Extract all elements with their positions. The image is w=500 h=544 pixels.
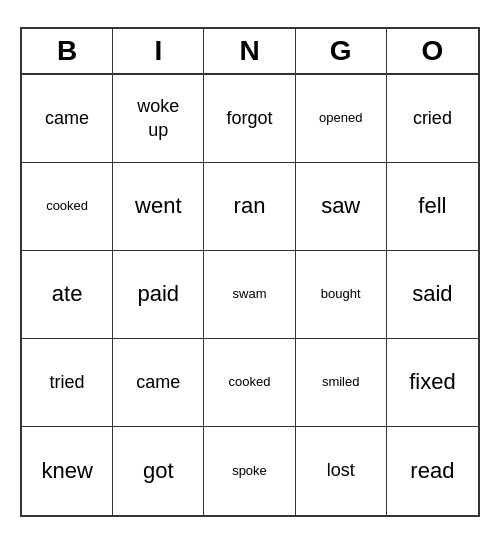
bingo-cell: came: [22, 75, 113, 163]
bingo-cell: fixed: [387, 339, 478, 427]
bingo-card: BINGO camewoke upforgotopenedcriedcooked…: [20, 27, 480, 517]
cell-text: ran: [234, 192, 266, 221]
bingo-cell: cried: [387, 75, 478, 163]
cell-text: ate: [52, 280, 83, 309]
cell-text: came: [136, 371, 180, 394]
cell-text: woke up: [137, 95, 179, 142]
cell-text: cooked: [46, 198, 88, 215]
cell-text: opened: [319, 110, 362, 127]
bingo-cell: tried: [22, 339, 113, 427]
bingo-header: BINGO: [22, 29, 478, 75]
bingo-cell: lost: [296, 427, 387, 515]
cell-text: cooked: [229, 374, 271, 391]
bingo-cell: swam: [204, 251, 295, 339]
bingo-cell: went: [113, 163, 204, 251]
bingo-cell: said: [387, 251, 478, 339]
cell-text: read: [410, 457, 454, 486]
bingo-cell: opened: [296, 75, 387, 163]
bingo-cell: ran: [204, 163, 295, 251]
cell-text: came: [45, 107, 89, 130]
header-cell: B: [22, 29, 113, 73]
bingo-cell: read: [387, 427, 478, 515]
bingo-cell: cooked: [22, 163, 113, 251]
header-cell: N: [204, 29, 295, 73]
header-cell: G: [296, 29, 387, 73]
bingo-cell: saw: [296, 163, 387, 251]
bingo-cell: fell: [387, 163, 478, 251]
cell-text: swam: [233, 286, 267, 303]
cell-text: smiled: [322, 374, 360, 391]
cell-text: lost: [327, 459, 355, 482]
bingo-cell: bought: [296, 251, 387, 339]
cell-text: paid: [137, 280, 179, 309]
cell-text: fell: [418, 192, 446, 221]
bingo-cell: spoke: [204, 427, 295, 515]
cell-text: spoke: [232, 463, 267, 480]
bingo-cell: cooked: [204, 339, 295, 427]
cell-text: said: [412, 280, 452, 309]
bingo-cell: forgot: [204, 75, 295, 163]
cell-text: knew: [41, 457, 92, 486]
bingo-grid: camewoke upforgotopenedcriedcookedwentra…: [22, 75, 478, 515]
bingo-cell: woke up: [113, 75, 204, 163]
cell-text: tried: [50, 371, 85, 394]
header-cell: O: [387, 29, 478, 73]
bingo-cell: paid: [113, 251, 204, 339]
cell-text: fixed: [409, 368, 455, 397]
cell-text: cried: [413, 107, 452, 130]
bingo-cell: came: [113, 339, 204, 427]
cell-text: went: [135, 192, 181, 221]
cell-text: saw: [321, 192, 360, 221]
cell-text: forgot: [226, 107, 272, 130]
bingo-cell: got: [113, 427, 204, 515]
header-cell: I: [113, 29, 204, 73]
cell-text: bought: [321, 286, 361, 303]
bingo-cell: smiled: [296, 339, 387, 427]
bingo-cell: knew: [22, 427, 113, 515]
bingo-cell: ate: [22, 251, 113, 339]
cell-text: got: [143, 457, 174, 486]
